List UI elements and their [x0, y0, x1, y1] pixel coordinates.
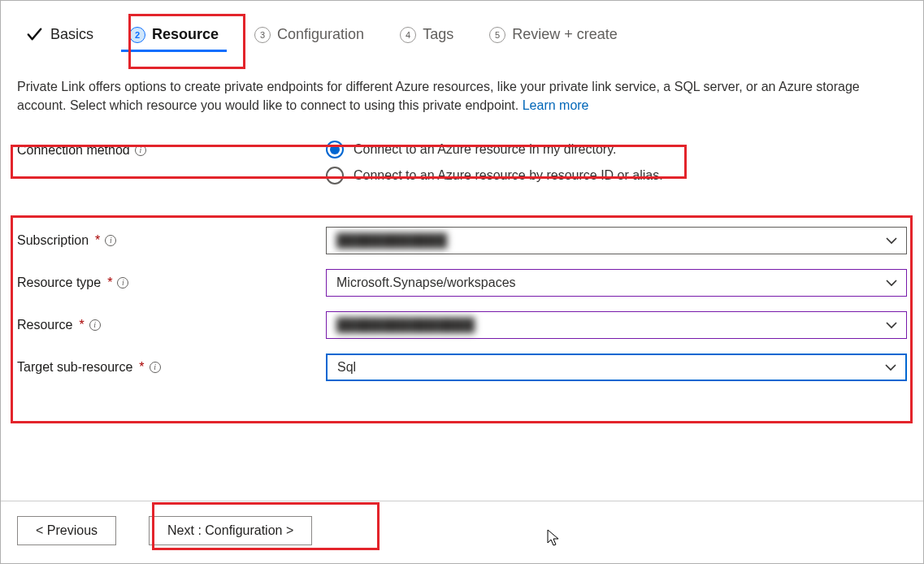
radio-icon — [326, 167, 344, 184]
info-icon[interactable]: i — [135, 145, 146, 156]
resource-select[interactable]: ███████████████ — [326, 311, 907, 339]
connection-method-option-resourceid[interactable]: Connect to an Azure resource by resource… — [326, 167, 907, 184]
info-icon[interactable]: i — [150, 362, 161, 373]
connection-method-label: Connection method — [17, 143, 130, 158]
subscription-select[interactable]: ████████████ — [326, 227, 907, 254]
step-number-icon: 5 — [489, 27, 505, 43]
tab-review-create[interactable]: 5 Review + create — [481, 20, 626, 52]
required-asterisk: * — [107, 275, 112, 290]
resource-label: Resource — [17, 318, 72, 332]
previous-button[interactable]: < Previous — [17, 516, 116, 545]
info-icon[interactable]: i — [105, 235, 116, 246]
resource-type-select[interactable]: Microsoft.Synapse/workspaces — [326, 269, 907, 297]
next-configuration-button[interactable]: Next : Configuration > — [149, 516, 312, 545]
wizard-tabs: Basics 2 Resource 3 Configuration 4 Tags… — [17, 19, 907, 53]
required-asterisk: * — [139, 360, 144, 375]
option-label: Connect to an Azure resource in my direc… — [354, 142, 616, 157]
subscription-label: Subscription — [17, 233, 89, 248]
tab-label: Configuration — [277, 26, 364, 43]
radio-icon — [326, 141, 344, 158]
tab-basics[interactable]: Basics — [17, 19, 102, 53]
learn-more-link[interactable]: Learn more — [523, 98, 589, 112]
step-number-icon: 2 — [129, 27, 145, 43]
target-sub-resource-select[interactable]: Sql — [326, 354, 907, 381]
tab-tags[interactable]: 4 Tags — [392, 20, 462, 52]
wizard-footer: < Previous Next : Configuration > — [1, 501, 923, 563]
required-asterisk: * — [95, 233, 100, 248]
resource-type-label: Resource type — [17, 275, 101, 290]
tab-label: Review + create — [512, 26, 618, 43]
description-text: Private Link offers options to create pr… — [17, 80, 860, 112]
tab-label: Tags — [423, 26, 453, 43]
step-number-icon: 4 — [400, 27, 416, 43]
tab-label: Resource — [152, 26, 219, 43]
info-icon[interactable]: i — [117, 277, 128, 289]
tab-resource[interactable]: 2 Resource — [121, 20, 227, 52]
info-icon[interactable]: i — [89, 319, 101, 331]
page-description: Private Link offers options to create pr… — [17, 77, 907, 115]
chevron-down-icon — [885, 234, 898, 247]
chevron-down-icon — [885, 319, 898, 332]
select-value: Sql — [337, 360, 356, 375]
select-value: ████████████ — [336, 233, 447, 248]
required-asterisk: * — [79, 318, 84, 332]
check-icon — [25, 25, 44, 44]
select-value: ███████████████ — [336, 318, 475, 332]
tab-label: Basics — [50, 26, 93, 43]
connection-method-option-directory[interactable]: Connect to an Azure resource in my direc… — [326, 141, 907, 158]
chevron-down-icon — [884, 361, 897, 374]
select-value: Microsoft.Synapse/workspaces — [336, 275, 516, 290]
target-sub-resource-label: Target sub-resource — [17, 360, 132, 375]
option-label: Connect to an Azure resource by resource… — [354, 168, 663, 183]
chevron-down-icon — [885, 276, 898, 289]
tab-configuration[interactable]: 3 Configuration — [246, 20, 372, 52]
step-number-icon: 3 — [254, 27, 271, 43]
